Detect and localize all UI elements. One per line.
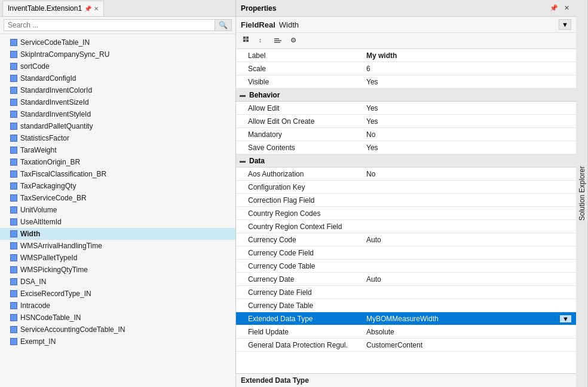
prop-row-country-region-context[interactable]: Country Region Context Field [236, 220, 576, 233]
prop-row-currency-code-table[interactable]: Currency Code Table [236, 260, 576, 273]
tree-item[interactable]: TaxFiscalClassification_BR [0, 168, 235, 180]
field-icon [10, 122, 18, 130]
tree-item[interactable]: TaxationOrigin_BR [0, 156, 235, 168]
tree-item[interactable]: UnitVolume [0, 204, 235, 216]
pin-icon[interactable]: 📌 [548, 4, 560, 13]
tree-item[interactable]: StatisticsFactor [0, 132, 235, 144]
tree-item-label: Exempt_IN [20, 337, 56, 346]
field-icon [10, 254, 18, 262]
search-button[interactable]: 🔍 [215, 19, 232, 31]
tree-item-label: TaxPackagingQty [20, 182, 76, 190]
tree-item-label: DSA_IN [20, 278, 46, 286]
tree-item[interactable]: UseAltItemId [0, 216, 235, 228]
prop-row-allow-edit[interactable]: Allow Edit Yes [236, 102, 576, 115]
tab-pin-icon[interactable]: 📌 [84, 5, 91, 12]
tree-item[interactable]: StandardInventStyleId [0, 108, 235, 120]
tree-item[interactable]: Width [0, 228, 235, 240]
prop-name-allow-edit: Allow Edit [236, 103, 362, 114]
svg-rect-2 [243, 39, 246, 42]
prop-value-allow-edit: Yes [362, 103, 576, 114]
prop-row-currency-date-table[interactable]: Currency Date Table [236, 299, 576, 312]
solution-explorer-panel[interactable]: Solution Explorer [576, 0, 588, 387]
tree-item[interactable]: standardPalletQuantity [0, 120, 235, 132]
prop-value-aos-auth: No [362, 169, 576, 179]
field-icon [10, 301, 18, 310]
prop-row-currency-code-field[interactable]: Currency Code Field [236, 246, 576, 260]
prop-row-field-update[interactable]: Field Update Absolute [236, 325, 576, 339]
behavior-section-header[interactable]: ▬ Behavior [236, 89, 576, 102]
tree-item[interactable]: StandardInventColorId [0, 84, 235, 96]
tree-item[interactable]: StandardConfigId [0, 72, 235, 84]
tree-item[interactable]: ExciseRecordType_IN [0, 288, 235, 300]
field-icon [10, 110, 18, 118]
tree-item-label: UnitVolume [20, 206, 57, 214]
tree-item[interactable]: HSNCodeTable_IN [0, 312, 235, 324]
tree-item[interactable]: WMSPickingQtyTime [0, 264, 235, 276]
prop-name-currency-date-table: Currency Date Table [236, 300, 362, 311]
prop-row-currency-code[interactable]: Currency Code Auto [236, 233, 576, 246]
tree-item[interactable]: WMSPalletTypeId [0, 252, 235, 264]
tree-item[interactable]: ServiceCodeTable_IN [0, 36, 235, 48]
tree-item-label: StandardInventSizeId [20, 98, 89, 106]
prop-row-gdpr[interactable]: General Data Protection Regul. CustomerC… [236, 339, 576, 352]
field-icon [10, 313, 18, 322]
prop-row-aos-auth[interactable]: Aos Authorization No [236, 167, 576, 181]
prop-row-extended-data-type[interactable]: Extended Data Type MyBOMMeasureWidth ▼ [236, 312, 576, 325]
prop-row-config-key[interactable]: Configuration Key [236, 181, 576, 194]
tab-inventtable[interactable]: InventTable.Extension1 📌 ✕ [2, 1, 104, 16]
prop-row-mandatory[interactable]: Mandatory No [236, 128, 576, 141]
field-dropdown-icon[interactable]: ▼ [559, 19, 571, 30]
tree-item[interactable]: Intracode [0, 300, 235, 312]
tree-item[interactable]: WMSArrivalHandlingTime [0, 240, 235, 252]
data-toggle-icon[interactable]: ▬ [240, 157, 247, 164]
prop-row-save-contents[interactable]: Save Contents Yes [236, 141, 576, 154]
properties-table: Label My width Scale 6 Visible Yes ▬ Beh… [236, 49, 576, 373]
tree-item[interactable]: ServiceAccountingCodeTable_IN [0, 324, 235, 336]
prop-row-currency-date-field[interactable]: Currency Date Field [236, 286, 576, 299]
tree-item[interactable]: Exempt_IN [0, 336, 235, 348]
prop-row-label[interactable]: Label My width [236, 49, 576, 62]
tree-item[interactable]: StandardInventSizeId [0, 96, 235, 108]
tree-container: ServiceCodeTable_INSkipIntraCompanySync_… [0, 34, 235, 387]
field-icon [10, 290, 18, 298]
prop-row-currency-date[interactable]: Currency Date Auto [236, 273, 576, 286]
data-section-header[interactable]: ▬ Data [236, 154, 576, 167]
tree-item[interactable]: TaraWeight [0, 144, 235, 156]
search-input[interactable] [4, 19, 215, 31]
tree-item-label: UseAltItemId [20, 218, 62, 226]
search-bar: 🔍 [0, 17, 235, 34]
tab-close-icon[interactable]: ✕ [94, 5, 99, 12]
prop-name-currency-code-field: Currency Code Field [236, 248, 362, 258]
prop-row-correction-flag[interactable]: Correction Flag Field [236, 194, 576, 207]
close-properties-icon[interactable]: ✕ [562, 4, 571, 13]
tree-item[interactable]: TaxPackagingQty [0, 180, 235, 192]
bottom-label: Extended Data Type [241, 376, 309, 385]
field-icon [10, 218, 18, 226]
toolbar-alphabetical-btn[interactable] [240, 34, 254, 47]
properties-header: Properties 📌 ✕ [236, 0, 576, 17]
behavior-section-label: Behavior [249, 91, 280, 99]
behavior-toggle-icon[interactable]: ▬ [240, 92, 247, 98]
toolbar-settings-btn[interactable] [286, 34, 301, 47]
right-panel: Properties 📌 ✕ FieldReal Width ▼ ↕ [236, 0, 576, 387]
prop-value-extended-data-type: MyBOMMeasureWidth ▼ [362, 313, 576, 324]
tree-item[interactable]: TaxServiceCode_BR [0, 192, 235, 204]
prop-value-scale: 6 [362, 63, 576, 74]
toolbar-category-btn[interactable]: ↕ [255, 34, 270, 47]
prop-value-currency-date-table [362, 304, 576, 307]
toolbar-expand-btn[interactable] [271, 34, 285, 47]
svg-point-9 [293, 39, 294, 41]
field-icon [10, 194, 18, 202]
tree-item[interactable]: sortCode [0, 60, 235, 72]
prop-row-country-region-codes[interactable]: Country Region Codes [236, 207, 576, 220]
field-icon [10, 170, 18, 178]
tree-item[interactable]: DSA_IN [0, 276, 235, 288]
tree-item[interactable]: SkipIntraCompanySync_RU [0, 48, 235, 60]
tree-item-label: TaxServiceCode_BR [20, 194, 87, 202]
field-icon [10, 98, 18, 106]
prop-row-visible[interactable]: Visible Yes [236, 75, 576, 89]
prop-row-scale[interactable]: Scale 6 [236, 62, 576, 75]
prop-row-allow-edit-create[interactable]: Allow Edit On Create Yes [236, 115, 576, 128]
svg-rect-3 [246, 39, 249, 42]
extended-data-dropdown-btn[interactable]: ▼ [560, 315, 571, 322]
